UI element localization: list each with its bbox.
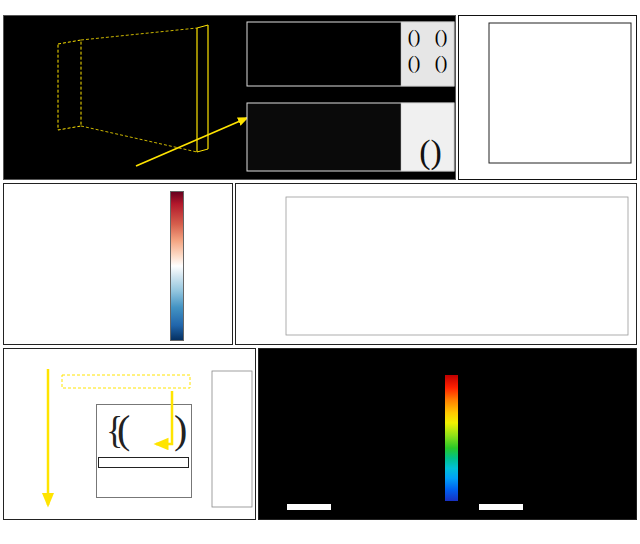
panel-b-pulsatility-traces — [458, 15, 637, 180]
panel-d-average-correlation-bars — [235, 183, 637, 345]
matrix-fitting-box: { ( ) — [96, 404, 192, 498]
figure-page: () () () () () — [0, 0, 640, 544]
bracket-open: ( — [419, 133, 430, 171]
panel-a-drawing — [4, 16, 457, 181]
fitting-formula — [98, 457, 189, 468]
axes-frame — [286, 197, 628, 335]
scale-bar — [479, 504, 523, 510]
colorbar-ticks — [185, 184, 215, 346]
alpha-plot-frame — [212, 371, 252, 507]
window-box-lines — [58, 25, 208, 152]
bracket-close: ) — [431, 133, 442, 171]
panel-f-before-after-compensation — [258, 348, 637, 520]
octa-matrix-4: () — [428, 49, 454, 75]
bracket-close: ) — [441, 53, 447, 72]
matrix-paren-close: ) — [174, 405, 187, 455]
octa-matrix-all-vessels: () — [404, 124, 457, 180]
correlation-colorbar — [170, 191, 184, 341]
band-label — [62, 375, 190, 388]
matrix-rows — [125, 410, 175, 454]
correlation-heatmap — [27, 191, 161, 339]
panel-c-correlation-heatmap — [3, 183, 233, 345]
alpha-colorbar — [445, 375, 458, 501]
scale-bar — [287, 504, 331, 510]
octa-matrix-2: () — [428, 23, 454, 49]
octa-matrix-1: () — [401, 23, 427, 49]
bracket-close: ) — [414, 53, 420, 72]
panel-e-band-fitting-diagram: { ( ) — [3, 348, 256, 520]
time-axis-arrow — [136, 118, 247, 166]
before-enface-image — [279, 365, 439, 515]
panel-d-chart — [236, 184, 636, 344]
bracket-close: ) — [441, 27, 447, 46]
bracket-close: ) — [414, 27, 420, 46]
slow-scan-direction-label-container — [4, 363, 17, 513]
octa-matrix-3: () — [401, 49, 427, 75]
panel-b-chart — [459, 16, 635, 178]
axes-frame — [489, 23, 631, 163]
colorbar-label-container — [152, 191, 168, 339]
panel-a-repeated-bscans: () () () () () — [3, 15, 456, 180]
after-enface-image — [471, 365, 631, 515]
